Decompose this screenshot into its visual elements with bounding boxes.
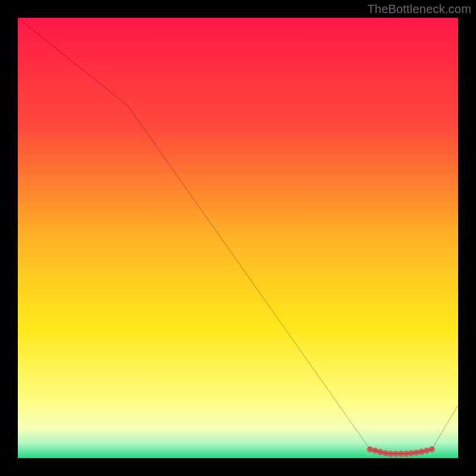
chart-background <box>18 18 458 458</box>
chart-svg <box>18 18 458 458</box>
chart-plot-area <box>18 18 458 458</box>
chart-frame: TheBottleneck.com <box>0 0 476 476</box>
attribution-text: TheBottleneck.com <box>367 2 471 16</box>
